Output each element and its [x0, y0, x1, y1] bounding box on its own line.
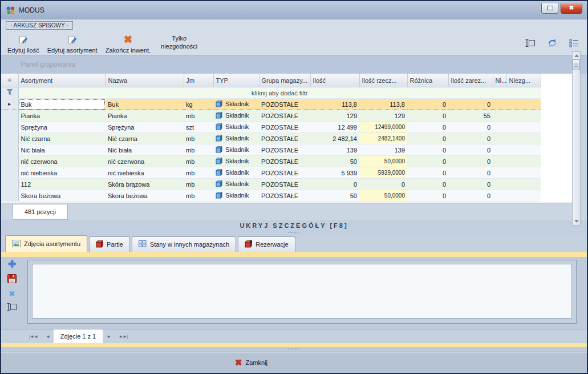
cell-roznica[interactable]: 0 — [407, 190, 448, 202]
save-photo-button[interactable] — [7, 274, 17, 285]
cell-ilosc-zarezerwowana[interactable]: 0 — [448, 167, 493, 179]
cell-nazwa[interactable]: Nić biała — [106, 144, 184, 156]
row-indicator[interactable] — [1, 156, 18, 167]
cell-ni[interactable] — [493, 179, 506, 190]
fit-photo-button[interactable] — [7, 303, 17, 313]
cell-asortyment[interactable]: Nić biała — [18, 144, 106, 156]
cell-typ[interactable]: Składnik — [213, 144, 259, 156]
column-header-nazwa[interactable]: Nazwa — [106, 74, 184, 87]
cell-roznica[interactable]: 0 — [407, 133, 448, 144]
column-header-asortyment[interactable]: Asortyment — [18, 74, 106, 87]
cell-ilosc-rzeczywista[interactable]: 129 — [359, 110, 407, 122]
cell-niezg[interactable] — [506, 156, 541, 167]
tab-rezerwacje[interactable]: Rezerwacje — [238, 236, 295, 252]
cell-typ[interactable]: Składnik — [213, 133, 259, 144]
cell-typ[interactable]: Składnik — [213, 99, 259, 110]
ribbon-tab-arkusz-spisowy[interactable]: · ARKUSZ SPISOWY · — [6, 21, 73, 30]
column-header-ilosc-zarez[interactable]: Ilość zarez... — [448, 74, 493, 87]
cell-ilosc[interactable]: 129 — [310, 110, 359, 122]
cell-roznica[interactable]: 0 — [407, 156, 448, 167]
cell-roznica[interactable]: 0 — [407, 144, 448, 156]
first-photo-button[interactable]: |◄◄ — [25, 329, 42, 343]
cell-niezg[interactable] — [506, 99, 541, 110]
delete-photo-button[interactable]: ✖ — [9, 290, 15, 297]
cell-roznica[interactable]: 0 — [407, 110, 448, 122]
cell-niezg[interactable] — [506, 122, 541, 133]
tab-stany-w-innych-magazynach[interactable]: Stany w innych magazynach — [132, 236, 236, 252]
table-row[interactable]: Nić białaNić białambSkładnikPOZOSTAŁE139… — [1, 144, 541, 156]
cell-roznica[interactable]: 0 — [407, 179, 448, 190]
column-header-grupa[interactable]: Grupa magazy... — [259, 74, 310, 87]
cell-nazwa[interactable]: Buk — [106, 99, 184, 110]
last-photo-button[interactable]: ►►| — [115, 329, 131, 343]
cell-asortyment[interactable]: 112 — [18, 179, 106, 190]
cell-asortyment[interactable]: Buk — [18, 99, 106, 110]
column-header-roznica[interactable]: Różnica — [407, 74, 448, 87]
column-header-niezg[interactable]: Niezg... — [506, 74, 541, 87]
only-discrepancies-button[interactable]: Tylko niezgodności — [155, 31, 204, 55]
cell-jm[interactable]: mb — [184, 133, 213, 144]
cell-ilosc-zarezerwowana[interactable]: 0 — [448, 156, 493, 167]
row-indicator[interactable] — [1, 179, 18, 190]
cell-jm[interactable]: mb — [184, 156, 213, 167]
add-photo-button[interactable]: ✚ — [8, 259, 16, 269]
table-row[interactable]: Nić czarnaNić czarnambSkładnikPOZOSTAŁE2… — [1, 133, 541, 144]
cell-ilosc-zarezerwowana[interactable]: 0 — [448, 190, 493, 202]
previous-photo-button[interactable]: ◄ — [42, 329, 54, 343]
filter-row[interactable]: kliknij aby dodać filtr — [1, 87, 541, 99]
column-header-typ[interactable]: TYP — [213, 74, 259, 87]
cell-grupa[interactable]: POZOSTAŁE — [259, 156, 310, 167]
cell-ni[interactable] — [493, 190, 506, 202]
cell-ni[interactable] — [493, 110, 506, 122]
cell-nazwa[interactable]: Sprężyna — [106, 122, 184, 133]
row-indicator[interactable] — [1, 167, 18, 179]
best-fit-icon[interactable] — [525, 39, 536, 47]
cell-typ[interactable]: Składnik — [213, 167, 259, 179]
row-indicator[interactable] — [1, 122, 18, 133]
horizontal-splitter[interactable]: ···· — [1, 231, 587, 235]
cell-jm[interactable]: mb — [184, 179, 213, 190]
next-photo-button[interactable]: ► — [103, 329, 115, 343]
cell-grupa[interactable]: POZOSTAŁE — [259, 133, 310, 144]
cell-niezg[interactable] — [506, 144, 541, 156]
bottom-splitter[interactable]: ···· — [1, 347, 587, 352]
cell-ilosc-rzeczywista[interactable]: 5939,0000 — [359, 167, 407, 179]
scroll-down-arrow[interactable] — [573, 218, 580, 225]
cell-ilosc[interactable]: 113,8 — [310, 99, 359, 110]
cell-ilosc[interactable]: 50 — [310, 156, 359, 167]
cell-ni[interactable] — [493, 133, 506, 144]
cell-ilosc-rzeczywista[interactable]: 12499,0000 — [359, 122, 407, 133]
row-indicator[interactable] — [1, 190, 18, 202]
table-row[interactable]: nić czerwonanić czerwonambSkładnikPOZOST… — [1, 156, 541, 167]
cell-ilosc-zarezerwowana[interactable]: 55 — [448, 110, 493, 122]
row-indicator[interactable]: ► — [1, 99, 18, 110]
cell-grupa[interactable]: POZOSTAŁE — [259, 110, 310, 122]
cell-ilosc-rzeczywista[interactable]: 113,8 — [359, 99, 407, 110]
row-indicator[interactable] — [1, 144, 18, 156]
cell-niezg[interactable] — [506, 179, 541, 190]
cell-asortyment[interactable]: nić niebieska — [18, 167, 106, 179]
cell-jm[interactable]: mb — [184, 190, 213, 202]
cell-nazwa[interactable]: nić niebieska — [106, 167, 184, 179]
cell-asortyment[interactable]: Sprężyna — [18, 122, 106, 133]
cell-nazwa[interactable]: nić czerwona — [106, 156, 184, 167]
cell-nazwa[interactable]: Pianka — [106, 110, 184, 122]
cell-ilosc[interactable]: 12 499 — [310, 122, 359, 133]
edit-quantity-button[interactable]: Edytuj ilość — [3, 31, 43, 55]
group-panel[interactable]: Panel grupowania — [1, 55, 587, 74]
cell-niezg[interactable] — [506, 190, 541, 202]
cell-grupa[interactable]: POZOSTAŁE — [259, 179, 310, 190]
cell-asortyment[interactable]: Nić czarna — [18, 133, 106, 144]
cell-nazwa[interactable]: Skóra brązowa — [106, 179, 184, 190]
cell-typ[interactable]: Składnik — [213, 190, 259, 202]
cell-ilosc[interactable]: 50 — [310, 190, 359, 202]
table-row[interactable]: PiankaPiankambSkładnikPOZOSTAŁE129129055 — [1, 110, 541, 122]
vertical-scrollbar[interactable] — [572, 51, 581, 226]
cell-asortyment[interactable]: Pianka — [18, 110, 106, 122]
cell-roznica[interactable]: 0 — [407, 122, 448, 133]
cell-grupa[interactable]: POZOSTAŁE — [259, 144, 310, 156]
cell-roznica[interactable]: 0 — [407, 99, 448, 110]
scrollbar-thumb[interactable] — [573, 59, 580, 70]
cell-niezg[interactable] — [506, 133, 541, 144]
column-header-ilosc-rzecz[interactable]: Ilość rzecz... — [359, 74, 407, 87]
